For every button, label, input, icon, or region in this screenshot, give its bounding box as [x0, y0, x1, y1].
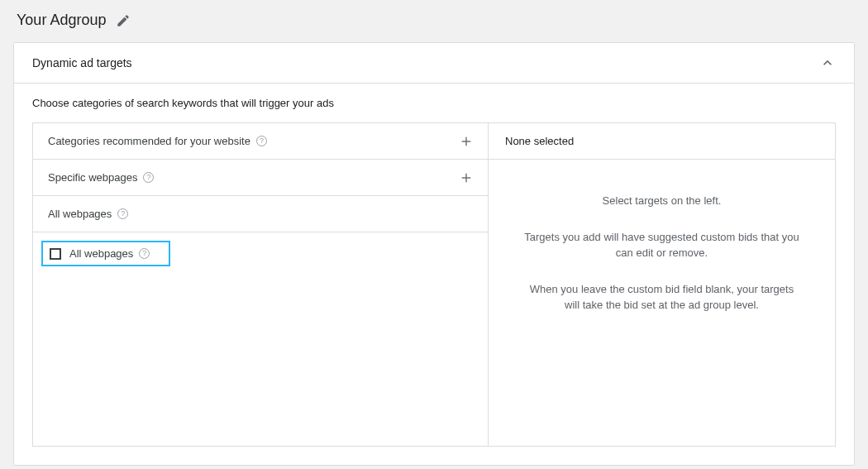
- card-header-toggle[interactable]: Dynamic ad targets: [14, 43, 854, 84]
- help-icon[interactable]: ?: [256, 136, 267, 146]
- card-title: Dynamic ad targets: [32, 56, 132, 69]
- plus-icon: [460, 135, 473, 148]
- left-column: Categories recommended for your website …: [33, 123, 489, 446]
- option-all-label: All webpages: [48, 208, 112, 220]
- chevron-up-icon: [819, 55, 836, 71]
- all-webpages-expanded: All webpages ?: [33, 232, 488, 275]
- card-body: Choose categories of search keywords tha…: [14, 84, 854, 465]
- none-selected-text: None selected: [505, 135, 574, 147]
- right-column: None selected Select targets on the left…: [489, 123, 835, 446]
- all-webpages-checkbox-label: All webpages: [69, 247, 133, 260]
- dynamic-ad-targets-card: Dynamic ad targets Choose categories of …: [13, 42, 855, 466]
- all-webpages-checkbox[interactable]: [50, 248, 61, 260]
- help-icon[interactable]: ?: [143, 172, 154, 183]
- hint-line-3: When you leave the custom bid field blan…: [522, 281, 802, 313]
- option-specific-webpages[interactable]: Specific webpages ?: [33, 160, 488, 196]
- instruction-text: Choose categories of search keywords tha…: [32, 97, 836, 109]
- edit-icon[interactable]: [116, 13, 131, 28]
- hint-line-1: Select targets on the left.: [522, 193, 802, 209]
- targets-columns: Categories recommended for your website …: [32, 122, 836, 447]
- option-all-webpages[interactable]: All webpages ?: [33, 196, 488, 232]
- help-icon[interactable]: ?: [139, 248, 150, 259]
- option-specific-label: Specific webpages: [48, 171, 137, 184]
- selected-header: None selected: [489, 123, 835, 160]
- page-header: Your Adgroup: [13, 12, 855, 29]
- right-body: Select targets on the left. Targets you …: [489, 160, 835, 333]
- plus-icon: [460, 171, 473, 184]
- adgroup-title: Your Adgroup: [17, 12, 106, 29]
- help-icon[interactable]: ?: [117, 208, 128, 219]
- hint-line-2: Targets you add will have suggested cust…: [522, 229, 802, 261]
- option-categories-label: Categories recommended for your website: [48, 135, 250, 147]
- option-categories[interactable]: Categories recommended for your website …: [33, 123, 488, 160]
- all-webpages-row[interactable]: All webpages ?: [41, 241, 170, 266]
